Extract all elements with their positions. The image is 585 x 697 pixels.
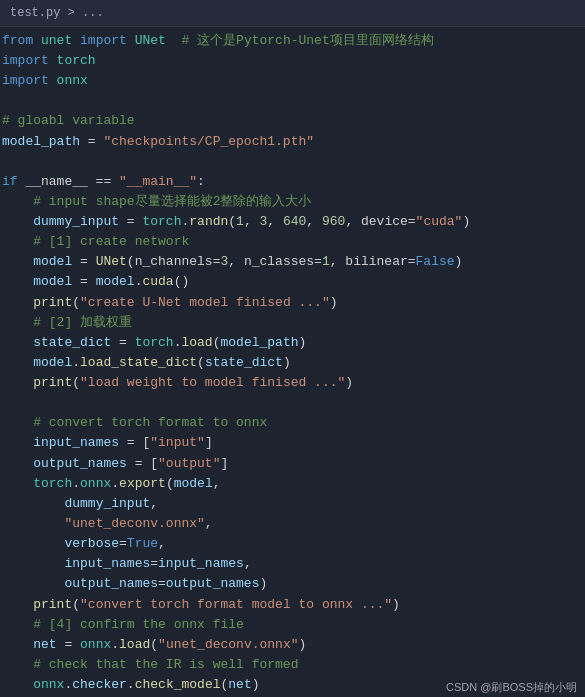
token: = [119,214,142,229]
code-line: "unet_deconv.onnx", [0,514,585,534]
token: output_names [166,576,260,591]
code-area: from unet import UNet # 这个是Pytorch-Unet项… [0,27,585,697]
token: ) [299,335,307,350]
code-line: import torch [0,51,585,71]
token: "input" [150,435,205,450]
token: ) [392,597,400,612]
token: "unet_deconv.onnx" [64,516,204,531]
code-line: net = onnx.load("unet_deconv.onnx") [0,635,585,655]
line-content: if __name__ == "__main__": [0,172,581,192]
token: , [267,214,283,229]
token: onnx [57,73,88,88]
code-line: # [1] create network [0,232,585,252]
token: # [1] create network [33,234,189,249]
token: = [72,274,95,289]
tab-bar: test.py > ... [0,0,585,27]
watermark: CSDN @刷BOSS掉的小明 [446,680,577,695]
code-line: # input shape尽量选择能被2整除的输入大小 [0,192,585,212]
token: unet [41,33,72,48]
token: dummy_input [33,214,119,229]
token [2,355,33,370]
code-line: # gloabl variable [0,111,585,131]
line-content: output_names = ["output"] [0,454,581,474]
code-line: # convert torch format to onnx [0,413,585,433]
line-content: # check that the IR is well formed [0,655,581,675]
token: = [150,556,158,571]
token: input_names [33,435,119,450]
tab-label: test.py > ... [10,6,104,20]
code-line: print("create U-Net model finised ...") [0,293,585,313]
token: onnx [80,476,111,491]
token: ( [213,335,221,350]
line-content: print("create U-Net model finised ...") [0,293,581,313]
line-content: print("convert torch format model to onn… [0,595,581,615]
token: 1 [236,214,244,229]
token: . [127,677,135,692]
token: torch [142,214,181,229]
token: cuda [142,274,173,289]
line-content: model_path = "checkpoints/CP_epoch1.pth" [0,132,581,152]
token: , [244,214,260,229]
token: # gloabl variable [2,113,135,128]
code-line: import onnx [0,71,585,91]
code-line [0,91,585,111]
line-content: state_dict = torch.load(model_path) [0,333,581,353]
token: = [111,335,134,350]
code-line: model = model.cuda() [0,272,585,292]
token [2,435,33,450]
token: ( [166,476,174,491]
token: print [33,375,72,390]
code-line: print("load weight to model finised ..."… [0,373,585,393]
token: ( [72,597,80,612]
token: : [197,174,205,189]
token: load_state_dict [80,355,197,370]
token: # [4] confirm the onnx file [33,617,244,632]
token: verbose [64,536,119,551]
token: net [228,677,251,692]
code-line: # [4] confirm the onnx file [0,615,585,635]
token [2,637,33,652]
line-content: output_names=output_names) [0,574,581,594]
line-content: input_names=input_names, [0,554,581,574]
token: import [2,73,57,88]
token: False [416,254,455,269]
token: . [72,355,80,370]
token: ( [197,355,205,370]
token: output_names [33,456,127,471]
token: # check that the IR is well formed [33,657,298,672]
token: input_names [64,556,150,571]
token: model [174,476,213,491]
token [166,33,182,48]
token: onnx [33,677,64,692]
code-line: state_dict = torch.load(model_path) [0,333,585,353]
line-content: # gloabl variable [0,111,581,131]
token [2,375,33,390]
token [2,536,64,551]
line-content: # [4] confirm the onnx file [0,615,581,635]
token: randn [189,214,228,229]
token: 1 [322,254,330,269]
code-line: dummy_input = torch.randn(1, 3, 640, 960… [0,212,585,232]
token: # input shape尽量选择能被2整除的输入大小 [33,194,311,209]
token: __name__ == [18,174,119,189]
line-content: input_names = ["input"] [0,433,581,453]
code-line: torch.onnx.export(model, [0,474,585,494]
token [2,254,33,269]
token: "__main__" [119,174,197,189]
code-line: model.load_state_dict(state_dict) [0,353,585,373]
token: ( [228,214,236,229]
token: import [72,33,134,48]
code-line: input_names = ["input"] [0,433,585,453]
token: ] [205,435,213,450]
token: , [158,536,166,551]
code-line: model = UNet(n_channels=3, n_classes=1, … [0,252,585,272]
token [2,295,33,310]
token: ) [330,295,338,310]
token [2,476,33,491]
token: (n_channels= [127,254,221,269]
token: model [33,355,72,370]
token [2,335,33,350]
token: torch [57,53,96,68]
token: "create U-Net model finised ..." [80,295,330,310]
line-content: dummy_input, [0,494,581,514]
